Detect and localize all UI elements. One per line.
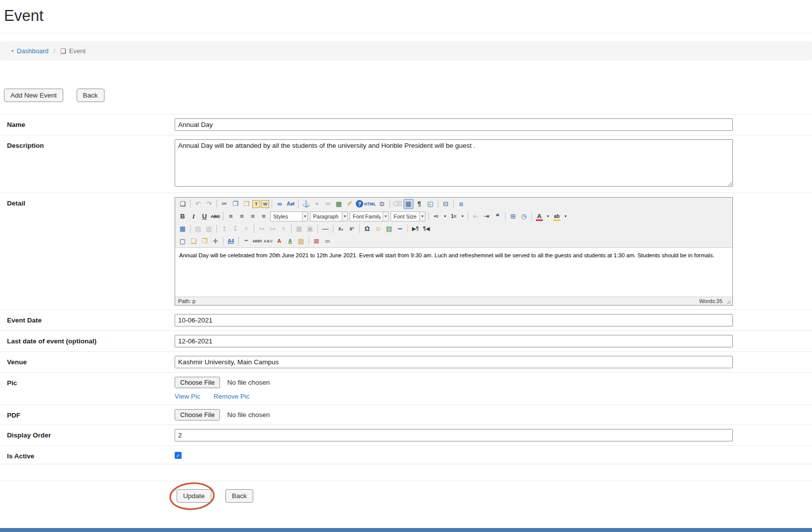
display-order-input[interactable] — [175, 429, 733, 441]
cut-icon[interactable]: ✂ — [219, 199, 229, 209]
highlight-color-icon[interactable]: ab — [552, 212, 562, 221]
print-icon[interactable]: ⊟ — [441, 199, 451, 209]
table-row-properties-icon[interactable]: ▤ — [193, 224, 203, 234]
insert-row-after-icon[interactable]: ↧ — [230, 224, 240, 234]
find-replace-icon[interactable]: A⇄ — [286, 199, 296, 209]
align-right-icon[interactable]: ≡ — [248, 212, 258, 221]
numbered-list-icon[interactable]: 1≡ — [449, 212, 459, 221]
cleanup-icon[interactable]: ✐ — [345, 199, 355, 209]
pic-choose-file-button[interactable]: Choose File — [175, 377, 220, 388]
link-icon[interactable]: ⚭ — [312, 199, 322, 209]
breadcrumb-dashboard-link[interactable]: Dashboard — [17, 47, 49, 55]
align-justify-icon[interactable]: ≡ — [259, 212, 269, 221]
rtl-direction-icon[interactable]: ¶◀ — [421, 224, 431, 234]
advanced-hr-icon[interactable]: ━ — [395, 224, 405, 234]
back-button-top[interactable]: Back — [77, 89, 104, 102]
page-break-icon[interactable]: ═ — [322, 236, 332, 246]
text-color-arrow-icon[interactable]: ▾ — [545, 212, 551, 221]
unlink-icon[interactable]: ⚮ — [323, 199, 333, 209]
outdent-icon[interactable]: ⇤ — [471, 212, 481, 221]
style-properties-icon[interactable]: A4 — [226, 236, 236, 246]
delete-col-icon[interactable]: ✕ — [279, 224, 289, 234]
indent-icon[interactable]: ⇥ — [482, 212, 492, 221]
attributes-icon[interactable]: ▧ — [296, 236, 306, 246]
page-preview-icon[interactable]: ◱ — [425, 199, 435, 209]
move-forward-icon[interactable]: ❏ — [189, 236, 199, 246]
resize-grip-icon[interactable] — [725, 299, 730, 304]
undo-icon[interactable]: ↶ — [193, 199, 203, 209]
delete-row-icon[interactable]: ✕ — [241, 224, 251, 234]
anchor-icon[interactable]: ⚓ — [301, 199, 311, 209]
highlight-color-arrow-icon[interactable]: ▾ — [563, 212, 568, 221]
absolute-position-icon[interactable]: ✛ — [210, 236, 220, 246]
insert-layer-icon[interactable]: ▢ — [178, 236, 188, 246]
redo-icon[interactable]: ↷ — [204, 199, 214, 209]
image-icon[interactable]: ▩ — [334, 199, 344, 209]
split-cells-icon[interactable]: ▦ — [294, 224, 304, 234]
paste-from-word-icon[interactable]: W — [261, 200, 269, 208]
underline-icon[interactable]: U — [200, 212, 209, 221]
insert-col-before-icon[interactable]: ↤ — [257, 224, 267, 234]
bold-icon[interactable]: B — [178, 212, 188, 221]
name-input[interactable] — [175, 118, 733, 131]
merge-cells-icon[interactable]: ▣ — [305, 224, 315, 234]
help-icon[interactable]: ? — [356, 200, 363, 208]
paste-as-text-icon[interactable]: T — [252, 200, 260, 208]
copy-icon[interactable]: ❐ — [230, 199, 240, 209]
styles-select[interactable]: Styles▾ — [270, 212, 308, 221]
last-date-input[interactable] — [175, 335, 733, 347]
font-size-select[interactable]: Font Size▾ — [391, 212, 425, 221]
blockquote-icon[interactable]: ❝ — [493, 212, 503, 221]
insert-time-icon[interactable]: ◷ — [519, 212, 529, 221]
event-date-input[interactable] — [175, 314, 733, 326]
numbered-list-arrow-icon[interactable]: ▾ — [460, 212, 465, 221]
text-color-icon[interactable]: A — [534, 212, 544, 221]
visual-aid-icon[interactable]: ▦ — [404, 199, 413, 209]
view-pic-link[interactable]: View Pic — [175, 393, 201, 400]
pdf-choose-file-button[interactable]: Choose File — [175, 409, 220, 421]
align-left-icon[interactable]: ≡ — [226, 212, 236, 221]
emoticons-icon[interactable]: ☺ — [373, 224, 383, 234]
superscript-icon[interactable]: x² — [347, 224, 357, 234]
new-document-icon[interactable]: ❏ — [178, 199, 188, 209]
description-textarea[interactable]: Annual Day will be attanded by all the s… — [175, 139, 733, 187]
insert-row-before-icon[interactable]: ↥ — [219, 224, 229, 234]
abbreviation-icon[interactable]: ABBR — [252, 236, 262, 246]
bullet-list-arrow-icon[interactable]: ▾ — [442, 212, 448, 221]
editor-content-area[interactable]: Annual Day will be celebrated from 20th … — [175, 247, 732, 297]
paragraph-format-select[interactable]: Paragraph▾ — [310, 212, 348, 221]
subscript-icon[interactable]: x₂ — [336, 224, 346, 234]
find-icon[interactable]: ∞ — [275, 199, 285, 209]
paste-icon[interactable]: ❒ — [241, 199, 251, 209]
font-family-select[interactable]: Font Family▾ — [350, 212, 389, 221]
inserted-text-icon[interactable]: A — [285, 236, 295, 246]
cite-icon[interactable]: ❝❞ — [241, 236, 251, 246]
insert-col-after-icon[interactable]: ↦ — [268, 224, 278, 234]
strikethrough-icon[interactable]: ABC — [210, 212, 220, 221]
acronym-icon[interactable]: A.B.C — [263, 236, 273, 246]
insert-date-icon[interactable]: ⊞ — [508, 212, 518, 221]
show-invisible-blocks-icon[interactable]: ¶ — [414, 199, 424, 209]
media-icon[interactable]: ▤ — [384, 224, 394, 234]
add-new-event-button[interactable]: Add New Event — [4, 89, 63, 102]
align-center-icon[interactable]: ≡ — [237, 212, 247, 221]
visual-characters-icon[interactable]: ⊠ — [311, 236, 321, 246]
table-cell-properties-icon[interactable]: ▥ — [204, 224, 214, 234]
html-source-icon[interactable]: HTML — [364, 199, 376, 209]
eraser-icon[interactable]: ⌫ — [393, 199, 403, 209]
horizontal-rule-icon[interactable]: — — [320, 224, 330, 234]
ltr-direction-icon[interactable]: ▶¶ — [410, 224, 420, 234]
back-button-bottom[interactable]: Back — [225, 489, 253, 503]
special-character-icon[interactable]: Ω — [362, 224, 372, 234]
move-backward-icon[interactable]: ❐ — [200, 236, 209, 246]
remove-pic-link[interactable]: Remove Pic — [213, 393, 250, 400]
insert-table-icon[interactable]: ▦ — [178, 224, 188, 234]
is-active-checkbox[interactable]: ✓ — [175, 452, 182, 459]
preview-icon[interactable]: ⧉ — [377, 199, 387, 209]
venue-input[interactable] — [175, 356, 733, 368]
update-button[interactable]: Update — [177, 489, 211, 503]
fullscreen-icon[interactable]: ⧈ — [456, 199, 466, 209]
italic-icon[interactable]: I — [189, 212, 199, 221]
bullet-list-icon[interactable]: •≡ — [431, 212, 441, 221]
deleted-text-icon[interactable]: A — [274, 236, 284, 246]
